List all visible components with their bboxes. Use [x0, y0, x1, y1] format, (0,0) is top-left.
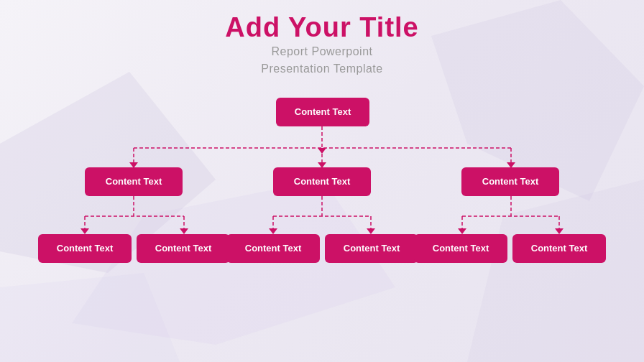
svg-marker-31	[555, 228, 564, 234]
level2-mr-box: Content Text	[325, 234, 418, 263]
level2-ml-box: Content Text	[226, 234, 320, 263]
org-chart: Content Text Content Text Content Text C…	[13, 85, 631, 362]
svg-marker-30	[458, 228, 466, 234]
root-box: Content Text	[276, 98, 369, 126]
subtitle-line1: Report Powerpoint	[225, 43, 418, 60]
header: Add Your Title Report Powerpoint Present…	[225, 13, 418, 78]
svg-marker-27	[180, 228, 188, 234]
subtitle-line2: Presentation Template	[225, 60, 418, 78]
level1-left-box: Content Text	[85, 167, 183, 196]
page-container: Add Your Title Report Powerpoint Present…	[0, 0, 644, 362]
level2-ll-box: Content Text	[38, 234, 132, 263]
level2-lr-box: Content Text	[137, 234, 230, 263]
svg-marker-26	[80, 228, 89, 234]
svg-marker-29	[367, 228, 375, 234]
svg-marker-28	[269, 228, 277, 234]
svg-marker-22	[318, 148, 326, 154]
main-title: Add Your Title	[225, 13, 418, 43]
level1-right-box: Content Text	[461, 167, 559, 196]
level2-rr-box: Content Text	[512, 234, 606, 263]
level1-mid-box: Content Text	[273, 167, 371, 196]
level2-rl-box: Content Text	[414, 234, 507, 263]
